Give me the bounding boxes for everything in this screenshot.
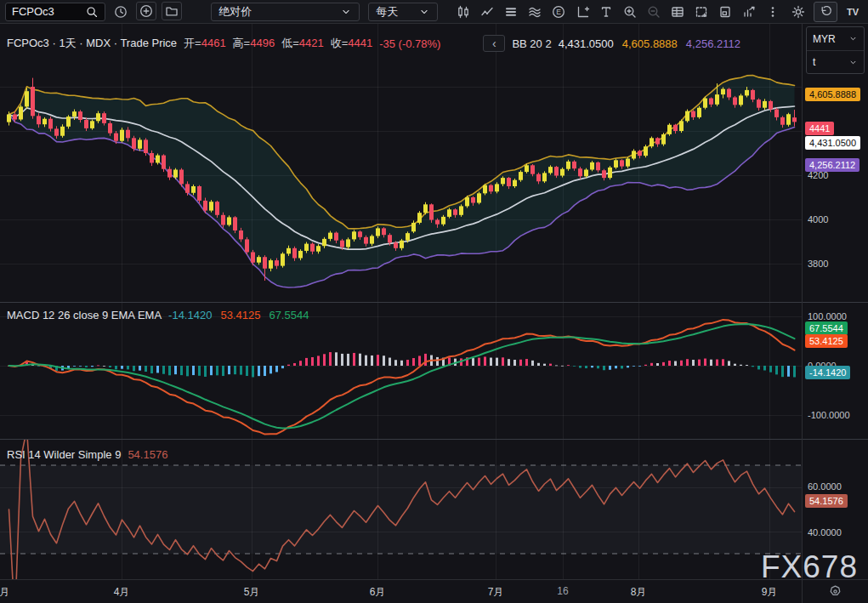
table-icon[interactable] [667,2,688,22]
collapse-indicator-button[interactable]: ‹ [483,35,505,52]
time-label: 7月 [488,585,504,600]
time-label: 8月 [631,585,647,600]
folder-icon[interactable] [162,2,182,20]
currency-unit-box: MYR t [806,26,865,74]
time-label: 16 [557,585,568,597]
ohlc-field: 收=4441 [331,36,373,51]
currency-label: MYR [813,33,836,45]
add-circle-icon[interactable] [136,2,156,20]
clock-icon[interactable] [111,2,131,22]
svg-text:E: E [556,8,561,16]
interval-label: 每天 [376,4,398,20]
chevron-down-icon [340,6,352,18]
rsi-legend: RSI 14 Wilder Simple 9 54.1576 [7,448,167,461]
settings-icon[interactable] [788,2,808,22]
rsi-legend-title: RSI 14 Wilder Simple 9 [7,448,121,461]
scale-label: 4000 [808,213,828,225]
svg-text:TV: TV [847,7,859,17]
pane-separator[interactable] [0,302,868,303]
chevron-down-icon [848,34,858,43]
ohlc-values: 开=4461高=4496低=4421收=4441 [184,36,372,51]
zoom-in-icon[interactable] [620,2,640,22]
bb-value: 4,431.0500 [559,37,614,50]
bb-legend-title: BB 20 2 [512,37,551,50]
bb-legend-values: 4,431.05004,605.88884,256.2112 [559,37,740,50]
change-value: -35 (-0.78%) [379,37,440,50]
rsi-band [0,465,802,554]
interval-dropdown[interactable]: 每天 [368,3,438,21]
bb-fill [9,76,795,288]
time-axis-settings-icon[interactable] [828,584,842,599]
macd-pane[interactable] [0,303,802,440]
toolbar-right-buttons: TV [788,2,863,22]
time-label: 5月 [244,585,260,600]
time-label: 9月 [762,585,778,600]
screenshot-icon[interactable] [691,2,712,22]
macd-value: -14.1420 [168,309,212,321]
time-label: 6月 [370,585,386,600]
time-axis[interactable]: 3月4月5月6月7月168月9月 [0,579,868,603]
chart-style-icon[interactable] [453,2,474,22]
layers-icon[interactable] [501,2,521,22]
macd-legend-title: MACD 12 26 close 9 EMA EMA [7,309,162,321]
chevron-down-icon [418,6,430,18]
symbol-description: FCPOc3 · 1天 · MDX · Trade Price [7,36,177,51]
price-badge: -14.1420 [805,366,850,379]
price-mode-label: 绝对价 [218,4,252,20]
ohlc-field: 高=4496 [233,36,275,51]
price-badge: 54.1576 [805,494,848,508]
rsi-legend-value: 54.1576 [128,448,167,461]
measure-icon[interactable] [572,2,593,22]
top-toolbar: FCPOc3 绝对价 每天 E TV [0,0,868,24]
image-icon[interactable] [715,2,735,22]
macd-legend-values: -14.142053.412567.5544 [168,309,309,321]
toolbar-main-buttons: E [453,2,783,22]
price-badge: 4,431.0500 [805,136,860,150]
scale-label: 40.0000 [808,526,842,538]
pane-separator[interactable] [0,439,868,440]
waves-icon[interactable] [525,2,545,22]
bb-value: 4,256.2112 [686,37,740,50]
chevron-down-icon [848,58,858,67]
unit-dropdown[interactable]: t [807,50,864,73]
price-scale[interactable]: MYR t 420040003800100.00000.0000-100.000… [802,24,868,579]
price-badge: 4,256.2112 [805,158,859,172]
currency-dropdown[interactable]: MYR [807,27,864,50]
symbol-search[interactable]: FCPOc3 [5,3,105,21]
price-badge: 4441 [805,122,834,135]
ohlc-field: 开=4461 [184,36,226,51]
macd-value: 67.5544 [269,309,309,321]
unit-label: t [813,56,815,68]
text-tool-icon[interactable] [596,2,616,22]
price-badge: 53.4125 [805,334,848,348]
more-icon[interactable] [763,2,783,22]
macd-legend: MACD 12 26 close 9 EMA EMA -14.142053.41… [7,309,309,321]
watermark: FX678 [761,549,858,585]
events-icon[interactable]: E [548,2,569,22]
scale-label: 100.0000 [808,310,847,322]
price-mode-dropdown[interactable]: 绝对价 [211,3,360,21]
zoom-out-icon[interactable] [644,2,664,22]
time-label: 3月 [0,585,9,600]
price-badge: 4,605.8888 [805,88,860,101]
price-badge: 67.5544 [805,321,848,335]
price-pane[interactable] [0,24,802,303]
tradingview-logo[interactable]: TV [842,2,863,22]
undo-icon[interactable] [814,2,837,22]
time-label: 4月 [114,585,130,600]
macd-value: 53.4125 [220,309,260,321]
bb-value: 4,605.8888 [622,37,678,50]
toolbar-left-buttons [111,2,182,22]
scale-label: -100.0000 [808,409,850,421]
symbol-text: FCPOc3 [12,5,54,18]
scale-label: 60.0000 [808,481,842,492]
main-legend: FCPOc3 · 1天 · MDX · Trade Price 开=4461高=… [7,35,740,52]
indicators-icon[interactable] [477,2,497,22]
ohlc-field: 低=4421 [281,36,324,51]
chart-app: FCPOc3 绝对价 每天 E TV FCPOc3 · 1天 · MDX · T… [0,0,868,603]
scale-label: 3800 [808,258,828,270]
search-icon [85,5,99,19]
bar-chart-icon[interactable] [739,2,759,22]
